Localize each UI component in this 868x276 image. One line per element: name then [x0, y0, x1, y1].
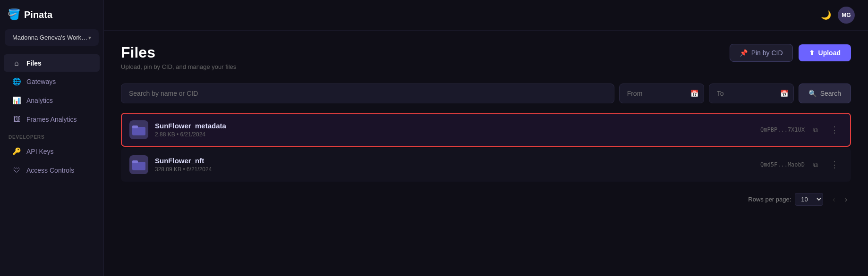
- pagination-next-button[interactable]: ›: [841, 193, 851, 206]
- page-subtitle: Upload, pin by CID, and manage your file…: [121, 63, 236, 70]
- home-icon: ⌂: [12, 59, 21, 67]
- file-cid: QmPBP...7X1UX: [760, 126, 805, 133]
- topbar: 🌙 MG: [104, 0, 868, 31]
- main-content: 🌙 MG Files Upload, pin by CID, and manag…: [104, 0, 868, 276]
- search-input[interactable]: [121, 84, 614, 103]
- file-meta: 2.88 KB • 6/21/2024: [155, 131, 226, 138]
- sidebar-item-label: API Keys: [26, 148, 54, 155]
- file-meta: 328.09 KB • 6/21/2024: [155, 166, 212, 173]
- sidebar-item-api-keys[interactable]: 🔑 API Keys: [4, 142, 100, 160]
- sidebar-item-label: Gateways: [26, 78, 56, 85]
- theme-toggle-icon[interactable]: 🌙: [821, 10, 831, 20]
- more-options-button[interactable]: ⋮: [826, 158, 842, 172]
- page-header: Files Upload, pin by CID, and manage you…: [121, 44, 851, 70]
- page-title: Files: [121, 44, 236, 61]
- file-row-left: SunFlower_nft 328.09 KB • 6/21/2024: [129, 155, 212, 174]
- more-options-button[interactable]: ⋮: [826, 123, 842, 137]
- svg-rect-1: [132, 125, 138, 128]
- file-folder-icon: [129, 120, 148, 139]
- folder-svg: [132, 159, 145, 170]
- pagination-prev-button[interactable]: ‹: [829, 193, 839, 206]
- search-button[interactable]: 🔍 Search: [799, 84, 851, 103]
- upload-icon: ⬆: [809, 49, 815, 57]
- upload-button[interactable]: ⬆ Upload: [799, 44, 851, 61]
- from-date-wrapper: 📅: [619, 84, 704, 103]
- copy-cid-button[interactable]: ⧉: [811, 124, 820, 136]
- sidebar-item-access-controls[interactable]: 🛡 Access Controls: [4, 161, 100, 179]
- search-input-wrapper: [121, 84, 614, 103]
- file-info: SunFlower_nft 328.09 KB • 6/21/2024: [155, 157, 212, 173]
- file-name: SunFlower_nft: [155, 157, 212, 165]
- frames-icon: 🖼: [12, 115, 21, 123]
- rows-per-page-label: Rows per page:: [748, 196, 791, 203]
- file-meta-sep: •: [177, 131, 180, 138]
- pin-icon: 📌: [740, 49, 748, 57]
- file-date: 6/21/2024: [187, 166, 212, 173]
- pin-btn-label: Pin by CID: [751, 49, 783, 57]
- shield-icon: 🛡: [12, 166, 21, 174]
- nav-section: ⌂ Files 🌐 Gateways 📊 Analytics 🖼 Frames …: [0, 53, 103, 276]
- file-row-right: QmPBP...7X1UX ⧉ ⋮: [760, 123, 842, 137]
- pagination-nav: ‹ ›: [829, 193, 851, 206]
- file-size: 328.09 KB: [155, 166, 181, 173]
- rows-per-page: Rows per page: 10 20 50 100: [748, 193, 823, 206]
- to-date-input[interactable]: [709, 84, 794, 103]
- developers-label: DEVELOPERS: [0, 129, 103, 142]
- key-icon: 🔑: [12, 147, 21, 156]
- from-date-input[interactable]: [619, 84, 704, 103]
- file-row-right: Qmd5F...MaobD ⧉ ⋮: [760, 158, 842, 172]
- topbar-actions: 🌙 MG: [821, 7, 855, 24]
- sidebar-item-analytics[interactable]: 📊 Analytics: [4, 92, 100, 109]
- upload-btn-label: Upload: [818, 49, 841, 57]
- file-date: 6/21/2024: [180, 131, 205, 138]
- chevron-down-icon: ▾: [88, 34, 91, 41]
- file-name: SunFlower_metadata: [155, 122, 226, 130]
- logo: 🪣 Pinata: [0, 0, 103, 29]
- chart-icon: 📊: [12, 96, 21, 105]
- header-buttons: 📌 Pin by CID ⬆ Upload: [730, 44, 851, 62]
- avatar[interactable]: MG: [838, 7, 855, 24]
- folder-svg: [132, 124, 145, 135]
- pagination: Rows per page: 10 20 50 100 ‹ ›: [121, 193, 851, 206]
- sidebar-item-label: Access Controls: [26, 167, 74, 174]
- sidebar-item-label: Analytics: [26, 97, 53, 104]
- rows-per-page-select[interactable]: 10 20 50 100: [795, 193, 823, 206]
- file-cid: Qmd5F...MaobD: [760, 161, 805, 168]
- file-row-left: SunFlower_metadata 2.88 KB • 6/21/2024: [129, 120, 226, 139]
- copy-cid-button[interactable]: ⧉: [811, 159, 820, 171]
- file-info: SunFlower_metadata 2.88 KB • 6/21/2024: [155, 122, 226, 138]
- avatar-initials: MG: [842, 12, 851, 18]
- sidebar-item-frames-analytics[interactable]: 🖼 Frames Analytics: [4, 110, 100, 128]
- sidebar-item-label: Frames Analytics: [26, 116, 77, 123]
- globe-icon: 🌐: [12, 77, 21, 86]
- logo-text: Pinata: [24, 9, 52, 20]
- page-content: Files Upload, pin by CID, and manage you…: [104, 31, 868, 219]
- table-row[interactable]: SunFlower_nft 328.09 KB • 6/21/2024 Qmd5…: [121, 148, 851, 182]
- to-date-wrapper: 📅: [709, 84, 794, 103]
- table-row[interactable]: SunFlower_metadata 2.88 KB • 6/21/2024 Q…: [121, 113, 851, 147]
- sidebar-item-gateways[interactable]: 🌐 Gateways: [4, 73, 100, 91]
- sidebar: 🪣 Pinata Madonna Geneva's Worksp... ▾ ⌂ …: [0, 0, 104, 276]
- search-icon: 🔍: [808, 90, 817, 97]
- workspace-name: Madonna Geneva's Worksp...: [12, 34, 88, 41]
- workspace-selector[interactable]: Madonna Geneva's Worksp... ▾: [5, 29, 99, 46]
- file-folder-icon: [129, 155, 148, 174]
- page-title-block: Files Upload, pin by CID, and manage you…: [121, 44, 236, 70]
- sidebar-item-files[interactable]: ⌂ Files: [4, 54, 100, 72]
- search-btn-label: Search: [820, 90, 841, 97]
- svg-rect-3: [132, 160, 138, 163]
- file-size: 2.88 KB: [155, 131, 175, 138]
- files-list: SunFlower_metadata 2.88 KB • 6/21/2024 Q…: [121, 113, 851, 182]
- file-meta-sep: •: [183, 166, 187, 173]
- search-bar: 📅 📅 🔍 Search: [121, 84, 851, 103]
- pin-by-cid-button[interactable]: 📌 Pin by CID: [730, 44, 793, 62]
- logo-icon: 🪣: [8, 8, 20, 21]
- sidebar-item-label: Files: [26, 59, 42, 67]
